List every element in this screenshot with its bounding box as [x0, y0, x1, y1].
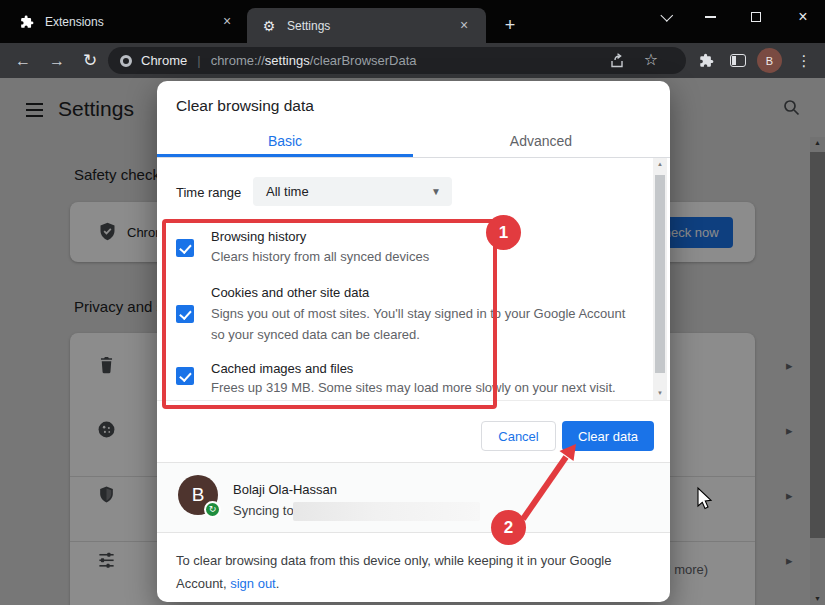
annotation-step-2: 2	[491, 510, 526, 545]
sign-out-link[interactable]: sign out	[230, 576, 276, 591]
scroll-up-arrow-icon[interactable]: ▲	[653, 161, 667, 167]
share-icon[interactable]	[608, 52, 626, 73]
browser-window: Extensions × ⚙ Settings × + × ← → ↻ Chro…	[0, 0, 825, 605]
scroll-down-arrow-icon[interactable]: ▼	[653, 390, 667, 396]
window-minimize-button[interactable]	[695, 4, 725, 30]
tab-settings[interactable]: ⚙ Settings ×	[247, 8, 486, 43]
browser-menu-icon[interactable]: ⋮	[790, 43, 818, 78]
window-close-button[interactable]: ×	[788, 4, 818, 30]
account-name: Bolaji Ola-Hassan	[233, 482, 337, 497]
window-maximize-button[interactable]	[741, 4, 771, 30]
sync-badge-icon: ↻	[204, 501, 221, 518]
site-label: Chrome	[141, 53, 187, 68]
chrome-logo-icon	[120, 55, 132, 67]
account-row: B ↻ Bolaji Ola-Hassan Syncing to	[157, 463, 670, 532]
extensions-puzzle-icon[interactable]	[692, 43, 720, 78]
browser-toolbar: ← → ↻ Chrome | chrome://settings/clearBr…	[0, 43, 825, 78]
dialog-scrollbar[interactable]: ▲ ▼	[653, 158, 667, 400]
cancel-button[interactable]: Cancel	[481, 421, 556, 451]
gear-icon: ⚙	[261, 18, 277, 34]
chevron-down-icon: ▼	[431, 186, 441, 197]
footer-text-line2: Account, sign out.	[176, 576, 279, 591]
url-text: chrome://settings/clearBrowserData	[211, 53, 417, 68]
annotation-highlight-box	[162, 219, 497, 409]
clear-data-button[interactable]: Clear data	[562, 421, 654, 451]
close-icon[interactable]: ×	[219, 14, 235, 30]
tab-advanced[interactable]: Advanced	[413, 133, 669, 157]
close-icon[interactable]: ×	[456, 18, 472, 34]
redacted-sync-target	[293, 502, 480, 521]
back-button[interactable]: ←	[9, 43, 37, 78]
scrollbar-thumb[interactable]	[655, 175, 665, 373]
side-panel-icon[interactable]	[724, 43, 752, 78]
tab-bar: Extensions × ⚙ Settings × + ×	[0, 0, 825, 43]
bookmark-star-icon[interactable]: ☆	[644, 50, 658, 69]
sync-status: Syncing to	[233, 503, 294, 518]
tab-extensions[interactable]: Extensions ×	[8, 0, 245, 43]
new-tab-button[interactable]: +	[498, 14, 522, 38]
time-range-label: Time range	[176, 185, 241, 200]
annotation-step-1: 1	[486, 215, 521, 250]
tab-label: Settings	[287, 19, 330, 33]
profile-avatar[interactable]: B	[757, 48, 782, 73]
dialog-title: Clear browsing data	[176, 97, 314, 115]
time-range-select[interactable]: All time ▼	[253, 177, 452, 206]
puzzle-icon	[19, 14, 35, 30]
tab-search-chevron-icon[interactable]	[652, 4, 682, 30]
tab-label: Extensions	[45, 15, 104, 29]
footer-text-line1: To clear browsing data from this device …	[176, 553, 611, 568]
address-bar[interactable]: Chrome | chrome://settings/clearBrowserD…	[108, 47, 686, 74]
reload-button[interactable]: ↻	[76, 43, 104, 78]
forward-button[interactable]: →	[43, 43, 71, 78]
